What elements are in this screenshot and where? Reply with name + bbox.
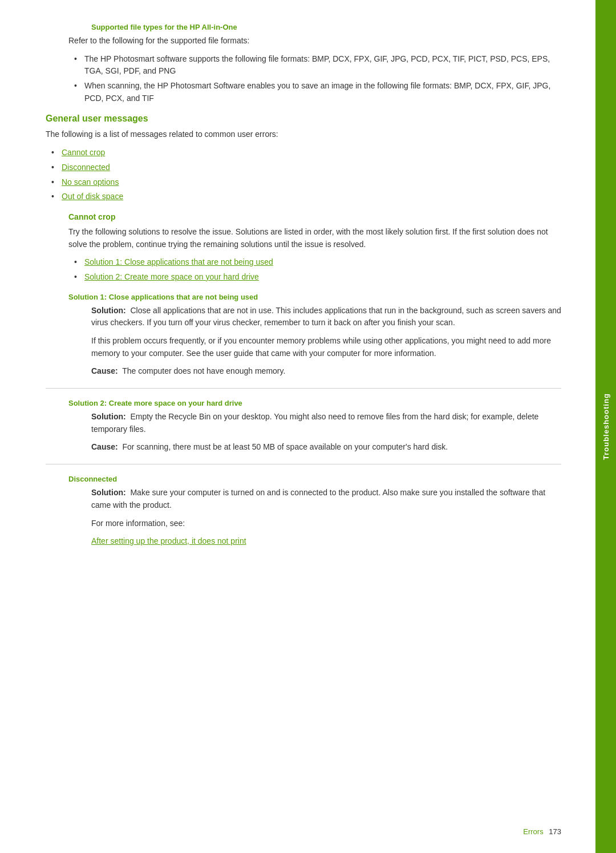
cannot-crop-heading: Cannot crop: [68, 212, 561, 221]
supported-bullets-list: The HP Photosmart software supports the …: [68, 53, 561, 105]
cannot-crop-links: Solution 1: Close applications that are …: [68, 256, 561, 283]
link-disconnected[interactable]: Disconnected: [51, 161, 561, 174]
solution2-section: Solution 2: Create more space on your ha…: [46, 399, 561, 454]
disconnected-solution-content: Make sure your computer is turned on and…: [91, 488, 545, 510]
solution2-cause-content: For scanning, there must be at least 50 …: [122, 442, 448, 451]
footer-page-number: 173: [549, 827, 561, 836]
supported-bullet-1: The HP Photosmart software supports the …: [74, 53, 561, 78]
link-cannot-crop[interactable]: Cannot crop: [51, 147, 561, 159]
supported-section: Supported file types for the HP All-in-O…: [46, 23, 561, 104]
link-solution2[interactable]: Solution 2: Create more space on your ha…: [74, 271, 561, 284]
general-messages-list: Cannot crop Disconnected No scan options…: [46, 147, 561, 203]
link-no-scan-options[interactable]: No scan options: [51, 176, 561, 189]
solution2-cause-label: Cause:: [91, 442, 118, 451]
solution2-solution-content: Empty the Recycle Bin on your desktop. Y…: [91, 412, 538, 434]
link-out-of-disk-space[interactable]: Out of disk space: [51, 191, 561, 203]
footer-label: Errors: [523, 827, 543, 836]
supported-heading: Supported file types for the HP All-in-O…: [68, 23, 561, 31]
general-messages-heading: General user messages: [46, 114, 561, 124]
solution1-cause-content: The computer does not have enough memory…: [122, 366, 285, 375]
link-solution1[interactable]: Solution 1: Close applications that are …: [74, 256, 561, 269]
general-messages-intro: The following is a list of messages rela…: [46, 128, 561, 141]
solution2-solution-label: Solution:: [91, 412, 126, 421]
solution1-body: Solution: Close all applications that ar…: [68, 305, 561, 378]
footer: Errors 173: [523, 827, 561, 836]
cannot-crop-section: Cannot crop Try the following solutions …: [46, 212, 561, 284]
solution2-body: Solution: Empty the Recycle Bin on your …: [68, 411, 561, 454]
disconnected-solution-label: Solution:: [91, 488, 126, 497]
solution1-heading: Solution 1: Close applications that are …: [68, 293, 561, 301]
disconnected-link[interactable]: After setting up the product, it does no…: [91, 535, 561, 548]
disconnected-heading: Disconnected: [68, 475, 561, 483]
solution1-extra: If this problem occurs frequently, or if…: [91, 335, 561, 359]
divider-1: [46, 388, 561, 389]
solution1-solution-text: Solution: Close all applications that ar…: [91, 305, 561, 329]
solution2-solution-text: Solution: Empty the Recycle Bin on your …: [91, 411, 561, 435]
solution1-solution-label: Solution:: [91, 306, 126, 315]
supported-intro: Refer to the following for the supported…: [68, 35, 561, 47]
solution1-section: Solution 1: Close applications that are …: [46, 293, 561, 378]
general-messages-section: General user messages The following is a…: [46, 114, 561, 203]
solution2-cause: Cause: For scanning, there must be at le…: [91, 441, 561, 454]
solution2-heading: Solution 2: Create more space on your ha…: [68, 399, 561, 407]
solution1-cause: Cause: The computer does not have enough…: [91, 365, 561, 378]
cannot-crop-intro: Try the following solutions to resolve t…: [68, 226, 561, 250]
disconnected-section: Disconnected Solution: Make sure your co…: [46, 475, 561, 548]
solution1-solution-content: Close all applications that are not in u…: [91, 306, 561, 328]
supported-bullet-2: When scanning, the HP Photosmart Softwar…: [74, 80, 561, 104]
solution1-cause-label: Cause:: [91, 366, 118, 375]
side-tab: Troubleshooting: [595, 0, 616, 853]
divider-2: [46, 464, 561, 464]
disconnected-extra: For more information, see:: [91, 518, 561, 530]
disconnected-body: Solution: Make sure your computer is tur…: [68, 487, 561, 548]
disconnected-solution-text: Solution: Make sure your computer is tur…: [91, 487, 561, 511]
